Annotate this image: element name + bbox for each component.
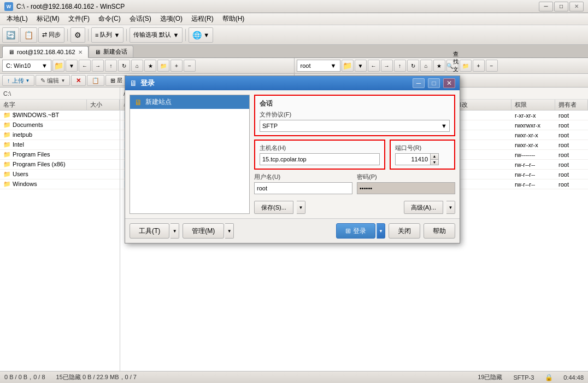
host-box: 主机名(H) — [254, 140, 385, 170]
dialog-title-text: 登录 — [140, 78, 409, 88]
tools-dropdown-btn[interactable]: ▼ — [170, 223, 179, 239]
close-btn[interactable]: 关闭 — [389, 223, 420, 239]
protocol-select[interactable]: SFTP ▼ — [260, 120, 450, 132]
save-btn[interactable]: 保存(S)... — [254, 201, 293, 214]
dialog-footer: 工具(T) ▼ 管理(M) ▼ ⊞ 登录 ▼ 关 — [125, 218, 460, 243]
advanced-row: 高级(A)... ▼ — [404, 201, 455, 214]
user-label: 用户名(U) — [254, 173, 352, 181]
dialog-overlay: 🖥 登录 ─ □ ✕ 🖥 新建站点 — [0, 0, 588, 383]
session-box: 会话 文件协议(F) SFTP ▼ — [254, 95, 455, 136]
dialog-minimize-btn[interactable]: ─ — [413, 78, 425, 88]
port-up-btn[interactable]: ▲ — [431, 154, 438, 160]
host-input[interactable] — [260, 153, 380, 165]
login-icon: ⊞ — [345, 227, 351, 235]
save-dropdown-btn[interactable]: ▼ — [297, 201, 305, 214]
user-group: 用户名(U) — [254, 173, 352, 194]
host-label: 主机名(H) — [260, 144, 380, 152]
help-btn[interactable]: 帮助 — [424, 223, 455, 239]
protocol-dropdown-icon: ▼ — [441, 123, 447, 129]
port-spinner: ▲ ▼ — [431, 153, 439, 165]
site-item-icon: 🖥 — [134, 98, 142, 107]
pass-input[interactable] — [357, 182, 455, 194]
tools-manage-group: 工具(T) ▼ 管理(M) ▼ — [130, 223, 234, 239]
tools-label: 工具(T) — [139, 227, 160, 236]
manage-dropdown-btn[interactable]: ▼ — [225, 223, 234, 239]
login-btn-group: ⊞ 登录 ▼ — [336, 223, 385, 239]
pass-group: 密码(P) — [357, 173, 455, 194]
dialog-body: 🖥 新建站点 会话 文件协议(F) SFTP ▼ — [125, 90, 460, 218]
dialog-maximize-btn[interactable]: □ — [428, 78, 440, 88]
site-item-new[interactable]: 🖥 新建站点 — [130, 95, 249, 109]
pass-label: 密码(P) — [357, 173, 455, 181]
advanced-btn[interactable]: 高级(A)... — [404, 201, 443, 214]
site-tree-panel: 🖥 新建站点 — [130, 95, 250, 214]
manage-btn[interactable]: 管理(M) — [183, 223, 224, 239]
user-pass-row: 用户名(U) 密码(P) — [254, 173, 455, 194]
advanced-dropdown-btn[interactable]: ▼ — [446, 201, 455, 214]
login-btn[interactable]: ⊞ 登录 — [336, 223, 375, 239]
user-input[interactable] — [254, 182, 352, 194]
port-down-btn[interactable]: ▼ — [431, 160, 438, 165]
manage-label: 管理(M) — [192, 227, 215, 236]
login-dropdown-btn[interactable]: ▼ — [377, 223, 385, 239]
port-label: 端口号(R) — [395, 144, 450, 152]
protocol-label: 文件协议(F) — [260, 111, 450, 119]
dialog-title-bar: 🖥 登录 ─ □ ✕ — [125, 76, 460, 90]
login-dialog: 🖥 登录 ─ □ ✕ 🖥 新建站点 — [125, 76, 460, 243]
site-item-label: 新建站点 — [145, 97, 172, 107]
session-title: 会话 — [260, 99, 450, 108]
dialog-title-icon: 🖥 — [130, 79, 137, 88]
dialog-close-btn[interactable]: ✕ — [443, 78, 455, 88]
save-row: 保存(S)... ▼ — [254, 201, 305, 214]
tools-btn[interactable]: 工具(T) — [130, 223, 169, 239]
port-input[interactable] — [395, 153, 431, 165]
port-input-wrap: ▲ ▼ — [395, 153, 450, 165]
login-form-panel: 会话 文件协议(F) SFTP ▼ 主机名(H) — [254, 95, 455, 214]
port-box: 端口号(R) ▲ ▼ — [390, 140, 455, 170]
